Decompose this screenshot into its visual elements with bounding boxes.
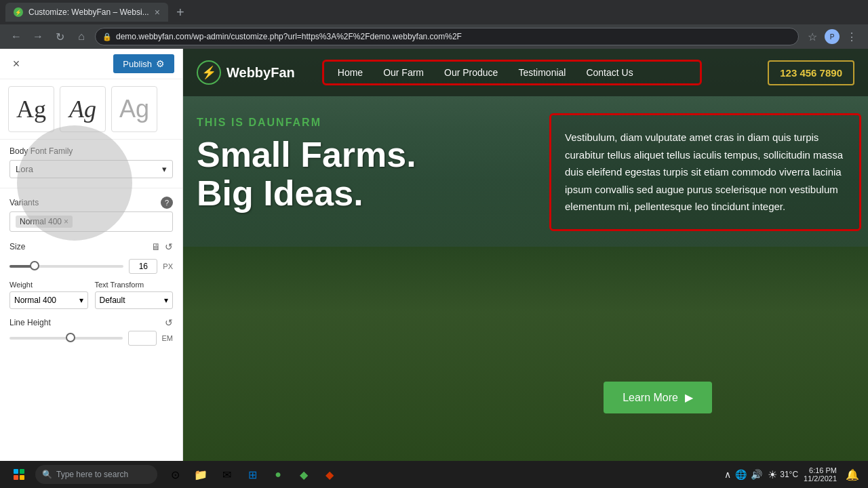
weight-group: Weight Normal 400 ▾	[9, 281, 88, 309]
nav-item-our-farm[interactable]: Our Farm	[383, 67, 424, 78]
profile-icon[interactable]: P	[825, 29, 840, 44]
site-logo: ⚡ WebbyFan	[197, 60, 295, 85]
reload-button[interactable]: ↻	[52, 28, 68, 45]
address-text: demo.webbyfan.com/wp-admin/customize.php…	[116, 32, 462, 41]
nav-item-home[interactable]: Home	[338, 67, 363, 78]
home-button[interactable]: ⌂	[73, 28, 90, 45]
taskbar-pinned-apps: ⊙ 📁 ✉ ⊞ ● ◆ ◆	[163, 462, 342, 487]
publish-label: Publish	[123, 59, 152, 69]
taskbar-app2[interactable]: ◆	[317, 462, 342, 487]
size-label: Size	[9, 242, 25, 251]
hero-title-line2: Big Ideas.	[197, 174, 416, 213]
lh-slider-thumb[interactable]	[66, 333, 75, 342]
nav-item-contact-us[interactable]: Contact Us	[586, 67, 633, 78]
line-height-input[interactable]	[128, 331, 157, 346]
help-icon[interactable]: ?	[161, 197, 173, 209]
nav-menu: Home Our Farm Our Produce Testimonial Co…	[322, 60, 702, 85]
size-slider-thumb[interactable]	[30, 261, 39, 270]
weather-temp: 31°C	[780, 470, 798, 479]
close-panel-button[interactable]: ×	[8, 56, 24, 72]
line-height-reset[interactable]: ↺	[165, 317, 173, 328]
taskbar: 🔍 Type here to search ⊙ 📁 ✉ ⊞ ● ◆ ◆ ∧ 🌐 …	[0, 461, 868, 488]
tab-close-btn[interactable]: ×	[155, 7, 160, 18]
start-button[interactable]	[5, 461, 33, 488]
system-clock[interactable]: 6:16 PM 11/2/2021	[804, 466, 837, 483]
volume-icon[interactable]: 🔊	[751, 469, 762, 480]
taskbar-mail[interactable]: ✉	[214, 462, 239, 487]
font-preview-sans[interactable]: Ag	[111, 86, 157, 132]
nav-phone[interactable]: 123 456 7890	[768, 60, 854, 85]
browser-tabs: ⚡ Customize: WebbyFan – Websi... × +	[0, 0, 868, 24]
search-icon: 🔍	[42, 470, 52, 479]
clock-time: 6:16 PM	[804, 466, 837, 474]
back-button[interactable]: ←	[8, 28, 24, 45]
weight-select[interactable]: Normal 400 ▾	[9, 291, 88, 309]
extensions-button[interactable]: ⋮	[844, 28, 860, 45]
publish-button[interactable]: Publish ⚙	[113, 54, 174, 73]
lh-slider-row: EM	[0, 328, 182, 348]
transform-select[interactable]: Default ▾	[95, 291, 174, 309]
weight-label: Weight	[9, 281, 88, 289]
forward-button[interactable]: →	[30, 28, 46, 45]
gear-icon: ⚙	[156, 58, 165, 69]
nav-item-our-produce[interactable]: Our Produce	[444, 67, 498, 78]
size-monitor-icon[interactable]: 🖥	[151, 241, 161, 252]
taskbar-store[interactable]: ⊞	[240, 462, 264, 487]
lh-unit-label: EM	[162, 334, 174, 342]
win-quad-1	[14, 469, 18, 474]
hero-content: THIS IS DAUNFARM Small Farms. Big Ideas.	[197, 117, 416, 213]
weather-widget[interactable]: ☀ 31°C	[768, 468, 798, 481]
size-input-field[interactable]: 16	[129, 259, 157, 274]
line-height-label: Line Height	[9, 318, 51, 327]
learn-more-label: Learn More	[623, 392, 678, 404]
hero-subtitle: THIS IS DAUNFARM	[197, 117, 416, 129]
main-layout: × Publish ⚙ Ag Ag Ag Body Font Family Lo…	[0, 49, 868, 488]
learn-more-arrow: ▶	[685, 391, 693, 404]
notification-button[interactable]: 🔔	[842, 464, 863, 485]
taskbar-cortana[interactable]: ⊙	[163, 462, 187, 487]
bookmark-button[interactable]: ☆	[804, 28, 821, 45]
hero-paragraph: Vestibulum, diam vulputate amet cras in …	[565, 129, 846, 216]
system-tray-icons: ∧ 🌐 🔊	[724, 469, 762, 480]
taskbar-explorer[interactable]: 📁	[189, 462, 213, 487]
transform-value: Default	[100, 296, 125, 305]
taskbar-search[interactable]: 🔍 Type here to search	[35, 465, 157, 484]
site-nav: ⚡ WebbyFan Home Our Farm Our Produce Tes…	[183, 49, 868, 96]
weather-icon: ☀	[768, 468, 777, 481]
nav-item-testimonial[interactable]: Testimonial	[518, 67, 566, 78]
size-reset-icon[interactable]: ↺	[165, 241, 173, 252]
browser-chrome: ⚡ Customize: WebbyFan – Websi... × + ← →…	[0, 0, 868, 49]
tray-icon-1[interactable]: ∧	[724, 469, 731, 480]
font-dropdown-arrow: ▾	[162, 164, 167, 174]
taskbar-app1[interactable]: ◆	[292, 462, 316, 487]
search-placeholder: Type here to search	[56, 470, 128, 479]
active-tab[interactable]: ⚡ Customize: WebbyFan – Websi... ×	[5, 3, 168, 22]
browser-nav: ← → ↻ ⌂ 🔒 demo.webbyfan.com/wp-admin/cus…	[0, 24, 868, 49]
hero-text-box: Vestibulum, diam vulputate amet cras in …	[549, 113, 861, 231]
loading-spinner	[17, 125, 132, 241]
logo-text: WebbyFan	[226, 65, 295, 81]
win-quad-4	[20, 475, 24, 480]
learn-more-button[interactable]: Learn More ▶	[604, 382, 712, 413]
tab-favicon: ⚡	[14, 7, 23, 17]
line-height-row: Line Height ↺	[0, 313, 182, 328]
new-tab-button[interactable]: +	[171, 3, 190, 22]
size-controls: 🖥 ↺	[151, 241, 173, 252]
size-slider[interactable]	[9, 265, 123, 268]
size-slider-row: 16 PX	[0, 256, 182, 277]
taskbar-chrome[interactable]: ●	[266, 462, 290, 487]
network-icon[interactable]: 🌐	[735, 469, 747, 480]
weight-arrow: ▾	[79, 296, 83, 305]
tab-title: Customize: WebbyFan – Websi...	[28, 7, 149, 17]
weight-value: Normal 400	[14, 296, 56, 305]
size-row: Size 🖥 ↺	[0, 237, 182, 256]
taskbar-right: ∧ 🌐 🔊 ☀ 31°C 6:16 PM 11/2/2021 🔔	[724, 464, 863, 485]
clock-date: 11/2/2021	[804, 474, 837, 483]
windows-logo	[14, 469, 24, 480]
transform-group: Text Transform Default ▾	[95, 281, 174, 309]
size-unit-label: PX	[163, 262, 173, 270]
font-preview-serif[interactable]: Ag	[8, 86, 54, 132]
line-height-slider[interactable]	[9, 337, 123, 340]
address-bar[interactable]: 🔒 demo.webbyfan.com/wp-admin/customize.p…	[95, 28, 799, 45]
panel-header: × Publish ⚙	[0, 49, 182, 79]
